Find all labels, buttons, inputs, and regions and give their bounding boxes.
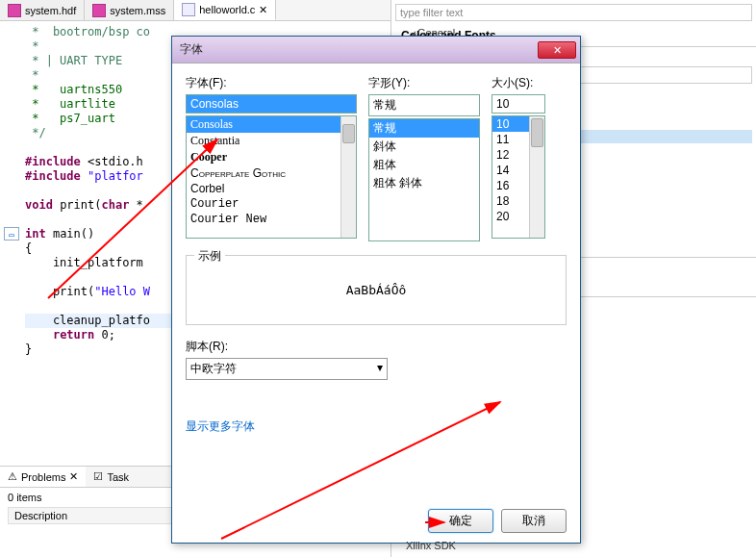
font-style-input[interactable]: 常规	[368, 94, 480, 116]
c-file-icon	[182, 3, 195, 16]
tab-system-hdf[interactable]: system.hdf	[0, 0, 85, 20]
scrollbar-thumb[interactable]	[531, 118, 543, 147]
scrollbar-thumb[interactable]	[342, 124, 355, 143]
tab-tasks[interactable]: ☑Task	[86, 467, 137, 487]
filter-input-outer[interactable]: type filter text	[395, 4, 752, 21]
list-item[interactable]: Courier	[187, 196, 356, 212]
tab-problems[interactable]: ⚠Problems ✕	[0, 467, 86, 487]
list-item[interactable]: 粗体	[369, 156, 479, 174]
file-icon	[92, 4, 106, 17]
tab-helloworld-c[interactable]: helloworld.c ✕	[174, 0, 276, 20]
list-item[interactable]: Copperplate Gothic	[187, 165, 356, 181]
font-listbox[interactable]: Consolas Constantia Cooper Copperplate G…	[186, 115, 357, 239]
problems-icon: ⚠	[8, 470, 17, 483]
font-label: 字体(F):	[186, 75, 357, 91]
file-icon	[8, 4, 21, 17]
show-more-fonts-link[interactable]: 显示更多字体	[186, 418, 255, 435]
size-listbox[interactable]: 10 11 12 14 16 18 20	[491, 115, 545, 239]
tab-label: system.hdf	[25, 5, 76, 16]
script-combo[interactable]: 中欧字符 ▾	[186, 358, 388, 380]
chevron-down-icon: ▾	[377, 361, 383, 377]
style-listbox[interactable]: 常规 斜体 粗体 粗体 斜体	[368, 118, 480, 241]
scrollbar[interactable]	[340, 116, 356, 238]
tasks-icon: ☑	[93, 470, 103, 483]
font-size-input[interactable]: 10	[491, 94, 545, 114]
fold-icon[interactable]: ▭	[4, 227, 19, 241]
font-name-input[interactable]: Consolas	[186, 94, 357, 114]
close-icon[interactable]: ✕	[69, 470, 78, 483]
dialog-close-button[interactable]: ✕	[538, 41, 576, 59]
editor-tabs: system.hdf system.mss helloworld.c ✕	[0, 0, 391, 21]
style-label: 字形(Y):	[368, 75, 480, 91]
list-item[interactable]: Constantia	[187, 133, 356, 149]
dialog-title: 字体	[180, 41, 203, 58]
script-label: 脚本(R):	[186, 339, 567, 355]
combo-value: 中欧字符	[190, 361, 237, 377]
tab-label: system.mss	[110, 5, 165, 16]
sample-label: 示例	[194, 248, 225, 265]
list-item[interactable]: 粗体 斜体	[369, 174, 479, 192]
dialog-titlebar[interactable]: 字体 ✕	[172, 37, 580, 63]
sample-group: 示例 AaBbÁáÔô	[186, 255, 567, 325]
tab-system-mss[interactable]: system.mss	[85, 0, 174, 20]
list-item[interactable]: Corbel	[187, 181, 356, 196]
font-dialog: 字体 ✕ 字体(F): Consolas Consolas Constantia…	[171, 36, 581, 544]
list-item[interactable]: 常规	[369, 119, 479, 138]
close-tab-icon[interactable]: ✕	[259, 4, 267, 16]
list-item[interactable]: Consolas	[187, 116, 356, 133]
scrollbar[interactable]	[529, 116, 544, 238]
size-label: 大小(S):	[491, 75, 545, 91]
ok-button[interactable]: 确定	[428, 509, 493, 533]
cancel-button[interactable]: 取消	[501, 509, 567, 533]
sample-text: AaBbÁáÔô	[194, 264, 558, 316]
status-bar-fragment: Xilinx SDK	[406, 540, 456, 551]
list-item[interactable]: Courier New	[187, 212, 356, 227]
tab-label: helloworld.c	[199, 4, 255, 15]
list-item[interactable]: Cooper	[187, 149, 356, 165]
list-item[interactable]: 斜体	[369, 138, 479, 156]
